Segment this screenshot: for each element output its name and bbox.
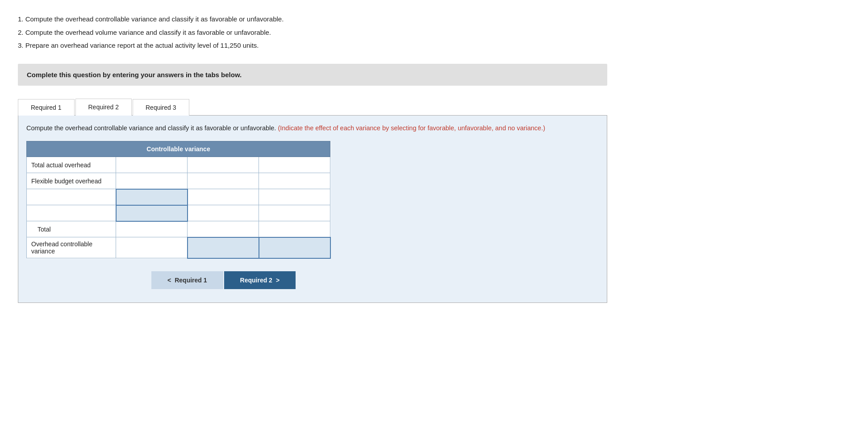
row-0-input-field[interactable] [121, 162, 183, 169]
tab-content-area: Compute the overhead controllable varian… [18, 116, 607, 303]
row-5-right-field[interactable] [264, 244, 326, 251]
tab-required-2[interactable]: Required 2 [75, 99, 132, 116]
table-row [27, 205, 330, 221]
prev-arrow: < [167, 277, 171, 284]
row-3-label[interactable] [27, 205, 116, 221]
row-3-label-input[interactable] [31, 210, 111, 217]
row-1-label: Flexible budget overhead [27, 173, 116, 189]
row-2-label[interactable] [27, 189, 116, 205]
row-0-input[interactable] [116, 157, 188, 173]
prev-button[interactable]: < Required 1 [151, 271, 223, 289]
tab-description-main: Compute the overhead controllable varian… [26, 124, 276, 132]
tab-required-1[interactable]: Required 1 [18, 99, 75, 116]
next-button[interactable]: Required 2 > [224, 271, 296, 289]
row-4-select[interactable] [188, 221, 259, 237]
row-2-input[interactable] [116, 189, 188, 205]
instructions-section: 1. Compute the overhead controllable var… [18, 13, 607, 51]
row-2-right [259, 189, 330, 205]
row-0-right [259, 157, 330, 173]
table-header: Controllable variance [27, 141, 330, 157]
row-5-input[interactable] [116, 237, 188, 258]
row-3-select-field[interactable] [192, 210, 255, 217]
row-3-select[interactable] [188, 205, 259, 221]
row-0-select-field[interactable] [192, 162, 254, 169]
tab-required-3[interactable]: Required 3 [133, 99, 189, 116]
row-1-right [259, 173, 330, 189]
complete-banner: Complete this question by entering your … [18, 64, 607, 86]
table-row: Total actual overhead [27, 157, 330, 173]
row-3-input[interactable] [116, 205, 188, 221]
row-2-select-field[interactable] [192, 194, 255, 201]
controllable-variance-table: Controllable variance Total actual overh… [26, 141, 331, 259]
nav-buttons: < Required 1 Required 2 > [151, 271, 599, 289]
row-4-input-field[interactable] [121, 226, 183, 233]
row-2-select[interactable] [188, 189, 259, 205]
row-5-input-field[interactable] [121, 244, 183, 251]
row-3-right [259, 205, 330, 221]
row-0-label: Total actual overhead [27, 157, 116, 173]
row-3-input-field[interactable] [121, 210, 183, 217]
row-1-select-field[interactable] [192, 178, 254, 185]
instruction-3: 3. Prepare an overhead variance report a… [18, 40, 607, 51]
row-1-input-field[interactable] [121, 178, 183, 185]
row-5-select-field[interactable] [192, 244, 254, 251]
table-row-total: Total [27, 221, 330, 237]
row-4-label: Total [27, 221, 116, 237]
next-label: Required 2 [240, 277, 272, 284]
row-4-right [259, 221, 330, 237]
complete-banner-text: Complete this question by entering your … [27, 71, 242, 79]
next-arrow: > [276, 277, 280, 284]
table-row [27, 189, 330, 205]
row-1-input[interactable] [116, 173, 188, 189]
instruction-2: 2. Compute the overhead volume variance … [18, 27, 607, 38]
tab-description-red: (Indicate the effect of each variance by… [278, 124, 545, 132]
row-5-label: Overhead controllable variance [27, 237, 116, 258]
tabs-row: Required 1 Required 2 Required 3 [18, 98, 607, 116]
row-0-select[interactable] [188, 157, 259, 173]
row-1-select[interactable] [188, 173, 259, 189]
row-4-input[interactable] [116, 221, 188, 237]
row-4-select-field[interactable] [192, 226, 254, 233]
row-5-select[interactable] [188, 237, 259, 258]
table-row-variance: Overhead controllable variance [27, 237, 330, 258]
row-5-right[interactable] [259, 237, 330, 258]
table-row: Flexible budget overhead [27, 173, 330, 189]
prev-label: Required 1 [175, 277, 207, 284]
row-2-label-input[interactable] [31, 194, 111, 201]
instruction-1: 1. Compute the overhead controllable var… [18, 13, 607, 25]
row-2-input-field[interactable] [121, 194, 183, 201]
tab-description: Compute the overhead controllable varian… [26, 124, 599, 133]
